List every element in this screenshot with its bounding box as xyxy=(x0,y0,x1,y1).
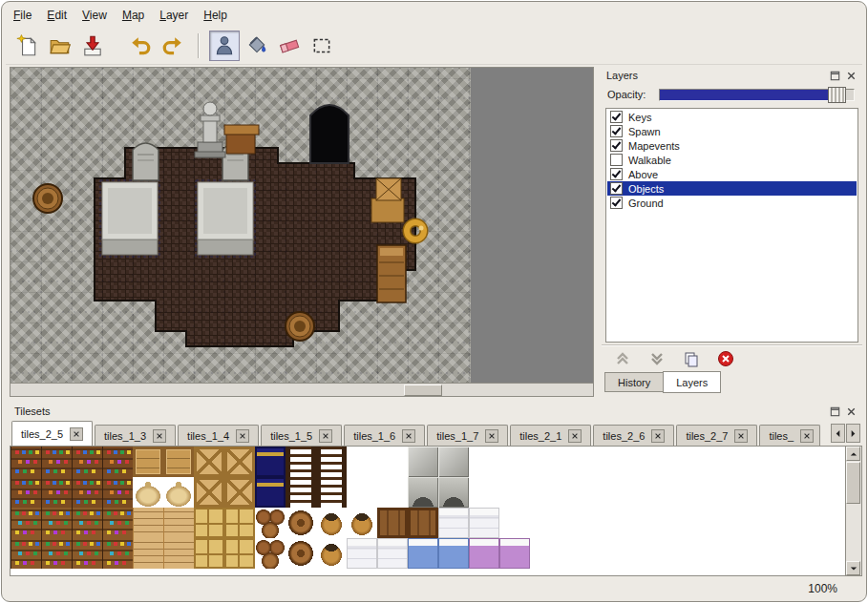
tileset-tile-shelfA[interactable] xyxy=(102,477,133,508)
menu-layer[interactable]: Layer xyxy=(152,6,196,25)
tileset-tab-tiles[interactable]: tiles_ xyxy=(759,425,820,446)
tileset-tab-tiles_1_6[interactable]: tiles_1_6 xyxy=(344,425,425,446)
tileset-tile-crategrp[interactable] xyxy=(224,508,255,538)
tileset-tile-bedwhite[interactable] xyxy=(347,538,377,569)
tileset-tile-barrel[interactable] xyxy=(286,508,316,538)
tab-close-icon[interactable] xyxy=(568,429,582,443)
tileset-tile-cratex[interactable] xyxy=(224,447,255,477)
tileset-tile-crategrp[interactable] xyxy=(224,538,255,569)
tab-close-icon[interactable] xyxy=(153,429,166,443)
select-tool-button[interactable] xyxy=(307,31,337,61)
tileset-tile-sack[interactable] xyxy=(163,477,194,508)
tileset-tile-shelfB[interactable] xyxy=(11,538,41,569)
layer-visibility-checkbox[interactable] xyxy=(610,197,623,209)
tileset-tile-barrels[interactable] xyxy=(255,538,286,569)
tileset-canvas[interactable] xyxy=(10,446,862,576)
tab-close-icon[interactable] xyxy=(236,429,249,443)
tileset-tile-ladder[interactable] xyxy=(316,477,347,508)
save-file-button[interactable] xyxy=(77,31,108,61)
layer-row-walkable[interactable]: Walkable xyxy=(607,153,857,167)
panel-tab-layers[interactable]: Layers xyxy=(663,371,721,393)
tileset-tile-ladder[interactable] xyxy=(286,477,316,508)
tileset-tile-crate[interactable] xyxy=(133,447,163,477)
tabs-scroll-left-button[interactable] xyxy=(831,424,845,443)
move-layer-up-button[interactable] xyxy=(613,349,632,368)
float-panel-icon[interactable] xyxy=(829,405,841,418)
tileset-tile-shelfB[interactable] xyxy=(11,508,41,538)
tileset-tile-blank[interactable] xyxy=(499,508,530,538)
layer-visibility-checkbox[interactable] xyxy=(610,125,623,137)
tileset-tile-blank[interactable] xyxy=(347,447,377,477)
stamp-tool-button[interactable] xyxy=(209,31,240,61)
tileset-tile-shelfA[interactable] xyxy=(72,447,102,477)
tileset-tile-bedpurple[interactable] xyxy=(499,538,530,569)
tileset-tile-bedwhite[interactable] xyxy=(377,538,408,569)
scroll-up-button[interactable] xyxy=(846,447,860,461)
menu-edit[interactable]: Edit xyxy=(39,6,74,25)
tileset-tile-bluebox[interactable] xyxy=(255,447,286,477)
redo-button[interactable] xyxy=(158,31,188,61)
layer-row-ground[interactable]: Ground xyxy=(607,196,857,210)
tileset-tab-tiles_1_7[interactable]: tiles_1_7 xyxy=(427,425,508,446)
duplicate-layer-button[interactable] xyxy=(682,349,701,368)
map-canvas[interactable] xyxy=(11,68,471,385)
open-file-button[interactable] xyxy=(45,31,75,61)
tileset-tile-plank[interactable] xyxy=(133,538,163,569)
eraser-tool-button[interactable] xyxy=(274,31,305,61)
tileset-tile-shelfB[interactable] xyxy=(72,508,102,538)
tileset-tile-sack[interactable] xyxy=(133,477,163,508)
layer-visibility-checkbox[interactable] xyxy=(610,139,623,152)
menu-file[interactable]: File xyxy=(6,6,39,25)
tileset-tab-tiles_2_1[interactable]: tiles_2_1 xyxy=(510,425,591,446)
tileset-tile-crategrp[interactable] xyxy=(194,508,224,538)
tileset-tile-stone[interactable] xyxy=(438,447,469,477)
tileset-tile-shelfB[interactable] xyxy=(41,508,72,538)
tileset-tile-bluebox[interactable] xyxy=(255,477,286,508)
tileset-tile-stonearch[interactable] xyxy=(408,477,438,508)
tileset-tile-crategrp[interactable] xyxy=(194,538,224,569)
tileset-tile-blank[interactable] xyxy=(499,447,530,477)
tileset-tile-bedwhite[interactable] xyxy=(469,508,499,538)
tileset-tile-barrel[interactable] xyxy=(286,538,316,569)
map-hscrollbar[interactable] xyxy=(11,383,593,396)
tileset-tile-bedblue[interactable] xyxy=(438,538,469,569)
layer-row-spawn[interactable]: Spawn xyxy=(607,124,857,138)
tileset-vscrollbar[interactable] xyxy=(845,447,861,575)
tileset-tab-tiles_2_5[interactable]: tiles_2_5 xyxy=(11,421,93,446)
tileset-tile-bedblue[interactable] xyxy=(408,538,438,569)
close-panel-icon[interactable] xyxy=(845,405,857,418)
move-layer-down-button[interactable] xyxy=(647,349,667,368)
undo-button[interactable] xyxy=(125,31,156,61)
tileset-tile-shelfB[interactable] xyxy=(72,538,102,569)
tab-close-icon[interactable] xyxy=(402,429,415,443)
tileset-tile-shelfA[interactable] xyxy=(41,477,72,508)
tileset-tile-pot[interactable] xyxy=(316,508,347,538)
map-hscroll-thumb[interactable] xyxy=(404,385,442,396)
layer-visibility-checkbox[interactable] xyxy=(610,111,623,123)
tileset-tile-blank[interactable] xyxy=(499,477,530,508)
tileset-tile-pot[interactable] xyxy=(316,538,347,569)
tab-close-icon[interactable] xyxy=(734,429,748,443)
tileset-tile-plank[interactable] xyxy=(163,538,194,569)
tileset-tile-ladder[interactable] xyxy=(286,447,316,477)
tab-close-icon[interactable] xyxy=(800,429,814,443)
tileset-tile-stonearch[interactable] xyxy=(438,477,469,508)
tileset-tile-bedwood[interactable] xyxy=(408,508,438,538)
tileset-tile-shelfA[interactable] xyxy=(72,477,102,508)
scroll-down-button[interactable] xyxy=(846,561,860,575)
layer-visibility-checkbox[interactable] xyxy=(610,182,623,195)
tab-close-icon[interactable] xyxy=(485,429,498,443)
menu-view[interactable]: View xyxy=(74,6,115,25)
tileset-tile-stone[interactable] xyxy=(408,447,438,477)
tileset-tile-blank[interactable] xyxy=(377,477,408,508)
tileset-tile-plank[interactable] xyxy=(133,508,163,538)
tileset-tab-tiles_1_5[interactable]: tiles_1_5 xyxy=(261,425,342,446)
layer-visibility-checkbox[interactable] xyxy=(610,168,623,180)
tabs-scroll-right-button[interactable] xyxy=(846,424,860,443)
float-panel-icon[interactable] xyxy=(829,70,841,82)
tileset-tile-shelfA[interactable] xyxy=(102,447,133,477)
tileset-tile-shelfA[interactable] xyxy=(11,447,41,477)
tileset-tile-shelfB[interactable] xyxy=(102,538,133,569)
panel-tab-history[interactable]: History xyxy=(604,372,664,392)
tileset-tile-crate[interactable] xyxy=(163,447,194,477)
